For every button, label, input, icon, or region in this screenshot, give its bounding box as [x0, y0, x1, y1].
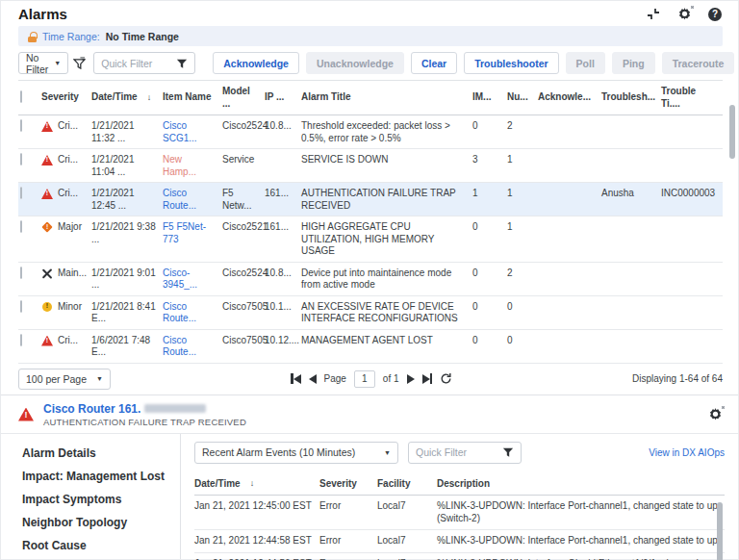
event-range-select[interactable]: Recent Alarm Events (10 Minutes) ▼ — [194, 442, 398, 464]
toolbar-button-poll[interactable]: Poll — [566, 52, 605, 74]
last-page-icon[interactable] — [422, 373, 433, 385]
log-event-row[interactable]: Jan 21, 2021 12:44:56 ESTErrorLocal7%LIN… — [194, 553, 725, 560]
row-checkbox[interactable] — [20, 153, 22, 165]
sort-desc-icon[interactable]: ↓ — [250, 478, 255, 489]
row-checkbox[interactable] — [20, 267, 22, 279]
log-col-description[interactable]: Description — [437, 478, 725, 491]
severity-critical-icon — [41, 189, 53, 199]
item-name-link[interactable]: Cisco Route... — [163, 188, 222, 212]
item-name-link[interactable]: Cisco Route... — [163, 301, 222, 325]
alarms-table: Severity Date/Time ↓ Item Name Model ...… — [18, 80, 723, 364]
alarm-datetime: 1/6/2021 7:48 E... — [91, 335, 163, 359]
item-name-link[interactable]: Cisco SCG1... — [163, 120, 222, 144]
device-link[interactable]: Cisco Router 161. — [43, 402, 140, 416]
number-count: 0 — [507, 301, 538, 314]
alarm-title: AUTHENTICATION FAILURE TRAP RECEIVED — [301, 188, 472, 212]
item-name-link[interactable]: New Hamp... — [163, 154, 222, 178]
gear-sparkle-icon[interactable] — [676, 7, 692, 22]
log-table-scrollbar[interactable] — [717, 502, 723, 560]
col-acknowledged[interactable]: Acknowle... — [538, 91, 601, 104]
filter-edit-icon[interactable] — [73, 57, 86, 69]
time-range-bar[interactable]: Time Range: No Time Range — [18, 26, 723, 46]
log-col-severity[interactable]: Severity — [319, 478, 377, 491]
quick-filter-input[interactable] — [101, 58, 176, 69]
alarms-toolbar: No Filter ▼ AcknowledgeUnacknowledgeClea… — [1, 46, 738, 80]
prev-page-icon[interactable] — [309, 373, 317, 385]
nav-item-interfaces[interactable]: Interfaces — [1, 557, 180, 560]
col-ip[interactable]: IP ... — [265, 91, 301, 104]
next-page-icon[interactable] — [407, 373, 415, 385]
row-checkbox[interactable] — [20, 300, 22, 313]
alarm-datetime: 1/21/2021 9:01 ... — [91, 267, 163, 292]
row-checkbox[interactable] — [20, 119, 22, 132]
row-checkbox[interactable] — [20, 334, 22, 346]
col-trouble-ticket[interactable]: Trouble Ti.... — [661, 86, 723, 110]
ip-address: 161... — [265, 188, 301, 200]
toolbar-button-unacknowledge[interactable]: Unacknowledge — [306, 52, 404, 74]
col-datetime[interactable]: Date/Time ↓ — [91, 91, 163, 104]
log-quick-filter-input[interactable] — [416, 446, 491, 458]
col-item-name[interactable]: Item Name — [163, 91, 222, 104]
col-alarm-title[interactable]: Alarm Title — [301, 91, 472, 104]
toolbar-button-ping[interactable]: Ping — [612, 52, 655, 74]
select-all-checkbox[interactable] — [20, 90, 22, 103]
nav-item-alarm-details[interactable]: Alarm Details — [1, 442, 180, 465]
alarm-title: Threshold exceeded: packet loss > 0.5%, … — [301, 120, 472, 144]
model-class: Cisco2524 — [222, 120, 265, 133]
log-datetime: Jan 21, 2021 12:45:00 EST — [194, 500, 319, 524]
per-page-select[interactable]: 100 per Page ▼ — [18, 369, 111, 390]
row-checkbox[interactable] — [20, 187, 22, 199]
number-count: 2 — [507, 267, 538, 280]
first-page-icon[interactable] — [291, 373, 301, 385]
toolbar-button-clear[interactable]: Clear — [411, 52, 457, 74]
number-count: 1 — [507, 188, 538, 200]
help-icon[interactable]: ? — [707, 7, 723, 22]
view-in-dx-aiops-link[interactable]: View in DX AIOps — [649, 447, 725, 458]
nav-item-impact-management-lost[interactable]: Impact: Management Lost — [1, 465, 180, 488]
col-nu[interactable]: Nu... — [507, 91, 538, 104]
nav-item-impact-symptoms[interactable]: Impact Symptoms — [1, 488, 180, 511]
impact-count: 0 — [472, 301, 507, 314]
impact-count: 0 — [472, 120, 507, 133]
page-label: Page — [324, 373, 346, 384]
item-name-link[interactable]: Cisco Route... — [163, 335, 222, 359]
nav-item-root-cause[interactable]: Root Cause — [1, 534, 180, 557]
log-event-row[interactable]: Jan 21, 2021 12:45:00 ESTErrorLocal7%LIN… — [194, 496, 725, 530]
alarm-row[interactable]: Cri...1/21/2021 11:32 ...Cisco SCG1...Ci… — [18, 115, 723, 149]
collapse-window-icon[interactable] — [646, 7, 661, 22]
alarm-row[interactable]: Cri...1/21/2021 11:04 ...New Hamp...Serv… — [18, 149, 723, 183]
log-severity: Error — [319, 535, 377, 547]
sort-desc-icon[interactable]: ↓ — [147, 92, 152, 103]
filter-select[interactable]: No Filter ▼ — [18, 52, 68, 74]
toolbar-button-traceroute[interactable]: Traceroute — [662, 52, 735, 74]
alarm-title: AN EXCESSIVE RATE OF DEVICE INTERFACE RE… — [301, 301, 472, 325]
col-model[interactable]: Model ... — [222, 86, 265, 110]
row-checkbox[interactable] — [20, 220, 22, 233]
alarms-table-scrollbar[interactable] — [729, 105, 735, 159]
nav-item-neighbor-topology[interactable]: Neighbor Topology — [1, 511, 180, 534]
ip-address: 10.8... — [265, 267, 301, 280]
item-name-link[interactable]: F5 F5Net-773 — [163, 221, 222, 245]
col-severity[interactable]: Severity — [41, 91, 91, 104]
toolbar-button-troubleshooter[interactable]: Troubleshooter — [464, 52, 558, 74]
alarm-datetime: 1/21/2021 9:38 ... — [91, 221, 163, 245]
col-troubleshooter[interactable]: Troublesh... — [601, 91, 661, 104]
alarm-row[interactable]: Cri...1/6/2021 7:48 E...Cisco Route...Ci… — [18, 330, 723, 364]
detail-gear-sparkle-icon[interactable] — [707, 407, 723, 422]
toolbar-button-acknowledge[interactable]: Acknowledge — [213, 52, 299, 74]
alarm-row[interactable]: Main...1/21/2021 9:01 ...Cisco-3945_...C… — [18, 263, 723, 296]
log-table-header: Date/Time ↓ Severity Facility Descriptio… — [194, 473, 725, 496]
refresh-icon[interactable] — [440, 372, 452, 385]
item-name-link[interactable]: Cisco-3945_... — [163, 267, 222, 292]
alarm-row[interactable]: Cri...1/21/2021 12:45 ...Cisco Route...F… — [18, 183, 723, 216]
col-im[interactable]: IM... — [472, 91, 507, 104]
log-col-datetime[interactable]: Date/Time ↓ — [194, 478, 319, 491]
page-number-input[interactable] — [354, 370, 375, 388]
log-col-facility[interactable]: Facility — [377, 478, 437, 491]
chevron-down-icon: ▼ — [384, 449, 391, 456]
alarm-row[interactable]: Minor1/21/2021 8:41 E...Cisco Route...Ci… — [18, 296, 723, 330]
log-event-row[interactable]: Jan 21, 2021 12:44:58 ESTErrorLocal7%LIN… — [194, 530, 725, 553]
event-range-value: Recent Alarm Events (10 Minutes) — [202, 446, 355, 458]
alarm-row[interactable]: Major1/21/2021 9:38 ...F5 F5Net-773Cisco… — [18, 216, 723, 263]
displaying-count: Displaying 1-64 of 64 — [632, 373, 723, 384]
